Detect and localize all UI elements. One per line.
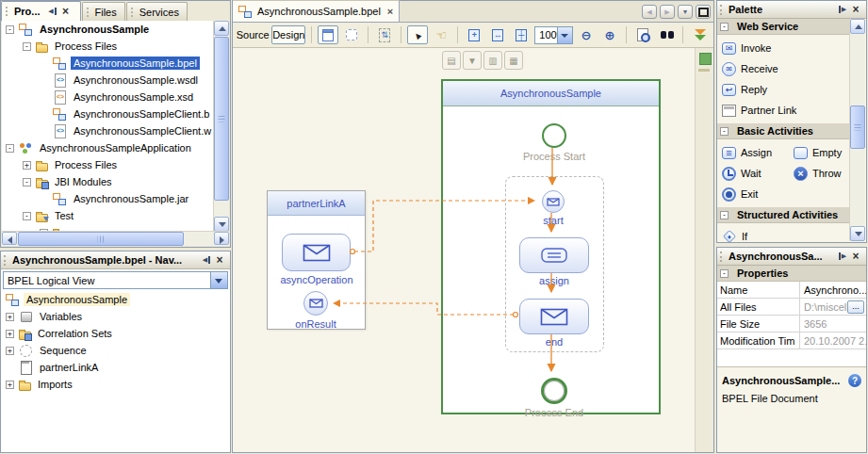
section-collapse-icon[interactable]: - <box>720 211 729 219</box>
design-canvas[interactable]: partnerLinkA asyncOperation onResult <box>233 48 713 452</box>
close-window-icon[interactable] <box>849 251 862 263</box>
error-stripe-mark[interactable] <box>698 69 710 72</box>
tree-row[interactable]: + Imports <box>2 376 229 393</box>
palette-item[interactable]: Partner Link <box>719 100 848 121</box>
projects-vscrollbar[interactable] <box>213 21 229 232</box>
palette-item[interactable]: Exit <box>719 184 791 204</box>
tree-row[interactable]: - Process Files <box>2 38 214 55</box>
tree-row[interactable]: + Variables <box>2 308 229 325</box>
chevron-down-icon[interactable] <box>210 272 227 288</box>
tree-row[interactable]: - AsynchronousSampleApplication <box>2 139 214 156</box>
projects-hscrollbar[interactable] <box>2 231 229 246</box>
palette-item[interactable]: Invoke <box>719 38 848 58</box>
palette-section-header[interactable]: - Basic Activities <box>717 123 850 139</box>
palette-section-header[interactable]: - Web Service <box>717 19 850 35</box>
panel-tab[interactable]: Files <box>82 2 125 21</box>
panel-tab[interactable]: Pro... <box>1 1 81 21</box>
tree-row[interactable]: AsynchronousSample.jar <box>2 190 214 207</box>
validate-button[interactable] <box>689 25 710 44</box>
canvas-tool-button[interactable] <box>442 51 461 70</box>
tree-row[interactable]: AsynchronousSample.wsdl <box>2 72 214 89</box>
close-window-icon[interactable] <box>59 6 73 18</box>
scroll-thumb[interactable] <box>850 105 865 149</box>
tree-expander-icon[interactable]: - <box>23 212 31 220</box>
select-tool-button[interactable] <box>407 25 428 44</box>
property-row[interactable]: All Files D:\miscell... ... <box>717 299 866 316</box>
browse-button[interactable]: ... <box>847 300 864 314</box>
scroll-down-icon[interactable] <box>850 226 865 241</box>
error-stripe[interactable] <box>695 48 713 452</box>
invoke-operation-shape[interactable] <box>282 234 351 271</box>
section-collapse-icon[interactable]: - <box>720 23 729 31</box>
zoom-out-button[interactable] <box>576 25 597 44</box>
design-view-button[interactable]: Design <box>271 25 305 44</box>
scroll-tabs-right-icon[interactable] <box>660 5 675 19</box>
property-value[interactable]: 20.10.2007 2... <box>800 335 866 347</box>
palette-item[interactable]: Assign <box>719 142 791 163</box>
tree-expander-icon[interactable]: - <box>23 42 31 51</box>
auto-layout-button[interactable] <box>374 25 395 44</box>
assign-activity-shape[interactable] <box>519 237 589 273</box>
palette-item[interactable]: Wait <box>719 163 791 184</box>
scroll-down-icon[interactable] <box>214 217 229 232</box>
editor-tab[interactable]: AsynchronousSample.bpel <box>233 0 400 22</box>
scroll-tabs-left-icon[interactable] <box>642 5 657 19</box>
tree-expander-icon[interactable]: + <box>6 381 14 389</box>
canvas-tool-button[interactable] <box>483 51 502 70</box>
minimize-window-icon[interactable] <box>200 254 213 267</box>
scroll-up-icon[interactable] <box>214 21 229 36</box>
property-row[interactable]: File Size 3656 <box>717 316 866 332</box>
tree-expander-icon[interactable]: - <box>23 178 31 186</box>
tree-row[interactable]: - JBI Modules <box>2 173 214 190</box>
zoom-level-select[interactable]: 100% <box>534 26 573 44</box>
scroll-thumb[interactable] <box>18 232 184 246</box>
callback-operation-shape[interactable] <box>303 291 328 316</box>
minimize-window-icon[interactable] <box>46 6 59 18</box>
maximize-window-icon[interactable] <box>696 5 711 19</box>
tree-row[interactable]: + Correlation Sets <box>2 325 229 342</box>
properties-section-header[interactable]: - Properties <box>717 266 866 282</box>
process-title[interactable]: AsynchronousSample <box>443 81 659 106</box>
tree-expander-icon[interactable]: + <box>6 313 14 321</box>
section-collapse-icon[interactable]: - <box>720 269 729 278</box>
tree-row[interactable]: AsynchronousSample <box>2 291 229 308</box>
panel-tab[interactable]: Services <box>126 2 188 21</box>
palette-item[interactable]: Receive <box>719 58 848 79</box>
dock-window-icon[interactable] <box>836 251 849 263</box>
canvas-tool-button[interactable] <box>463 51 482 70</box>
tree-row[interactable]: AsynchronousSampleClient.w <box>2 122 214 139</box>
canvas-tool-button[interactable] <box>504 51 523 70</box>
scroll-right-icon[interactable] <box>214 232 229 245</box>
partnerlink-title[interactable]: partnerLinkA <box>268 191 365 216</box>
palette-item[interactable]: Throw <box>791 163 848 184</box>
dock-window-icon[interactable] <box>836 4 849 16</box>
help-icon[interactable] <box>848 374 861 387</box>
tree-row[interactable]: AsynchronousSample.xsd <box>2 89 214 105</box>
find-usages-button[interactable] <box>656 25 677 44</box>
receive-activity-shape[interactable] <box>542 190 565 213</box>
process-end-shape[interactable] <box>541 378 567 404</box>
partnerlink-box[interactable]: partnerLinkA asyncOperation onResult <box>267 190 366 330</box>
palette-vscrollbar[interactable] <box>849 19 865 241</box>
tree-row[interactable]: partnerLinkA <box>2 359 229 376</box>
process-start-shape[interactable] <box>542 123 566 148</box>
palette-item[interactable]: Empty <box>791 142 848 163</box>
tree-expander-icon[interactable]: - <box>6 144 14 153</box>
property-row[interactable]: Modification Tim 20.10.2007 2... <box>717 332 866 349</box>
tree-row[interactable]: AsynchronousSample.bpel <box>2 55 214 72</box>
process-box[interactable]: AsynchronousSample Process Start start <box>441 79 661 414</box>
fit-width-button[interactable] <box>487 25 508 44</box>
scroll-thumb[interactable] <box>214 37 229 201</box>
tab-list-dropdown-icon[interactable] <box>678 5 693 19</box>
tree-expander-icon[interactable]: + <box>23 161 31 170</box>
tree-row[interactable]: - Test <box>2 207 214 224</box>
actual-size-button[interactable] <box>511 25 532 44</box>
reply-activity-shape[interactable] <box>519 299 589 334</box>
close-window-icon[interactable] <box>213 254 226 267</box>
tree-expander-icon[interactable]: - <box>6 25 14 34</box>
tree-row[interactable]: + Process Files <box>2 156 214 173</box>
property-row[interactable]: Name Asynchrono... <box>717 282 866 299</box>
pan-tool-button[interactable] <box>431 25 451 44</box>
show-sequence-borders-button[interactable] <box>341 25 362 44</box>
palette-section-header[interactable]: - Structured Activities <box>717 207 850 223</box>
